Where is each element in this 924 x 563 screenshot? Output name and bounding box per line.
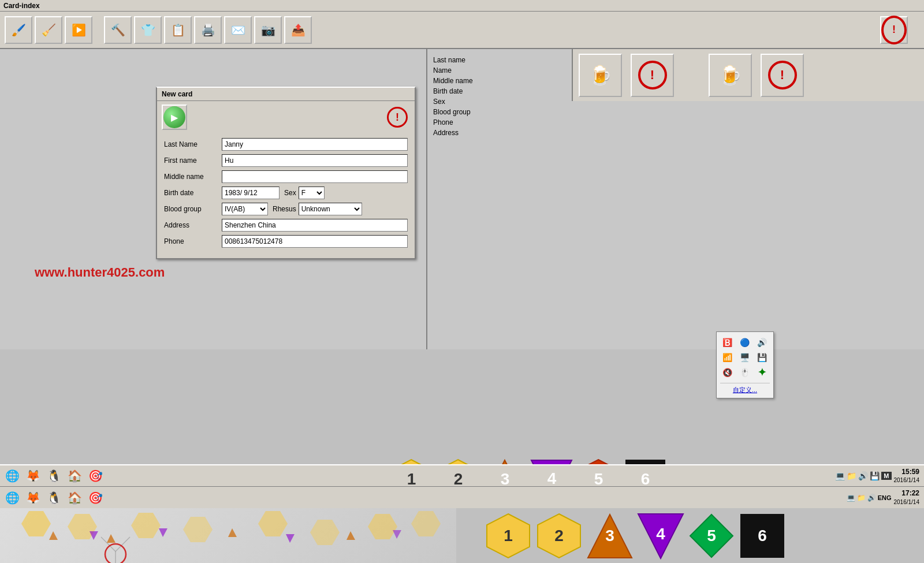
- broom-btn[interactable]: 🧹: [35, 16, 62, 44]
- svg-marker-53: [107, 534, 116, 543]
- taskbar2-firefox[interactable]: 🦊: [24, 489, 42, 506]
- address-input[interactable]: [222, 219, 408, 232]
- phone-input[interactable]: [222, 235, 408, 248]
- taskbar-target-icon[interactable]: 🎯: [87, 467, 104, 484]
- stop-card-btn[interactable]: !: [385, 105, 410, 130]
- play-card-btn[interactable]: ▶: [162, 105, 187, 130]
- taskbar2-qq[interactable]: 🐧: [45, 489, 62, 506]
- middlename-input[interactable]: [222, 170, 408, 183]
- tray-icon-r4[interactable]: 🔇: [720, 366, 734, 379]
- tray-icon-r3[interactable]: 💾: [755, 351, 769, 364]
- tray-icon-vol[interactable]: 🔊: [755, 335, 769, 349]
- tray2-icons: 💻 📁 🔊 ENG: [847, 494, 892, 502]
- tray-icon-b[interactable]: 🅱️: [720, 335, 734, 349]
- num2-label-4: 4: [656, 525, 665, 543]
- m-badge: M: [881, 472, 891, 480]
- tray-icon-grid: 🅱️ 🔵 🔊 📶 🖥️ 💾 🔇 🖱️ ✦: [720, 335, 770, 379]
- tray-icon-bt[interactable]: 🔵: [737, 335, 751, 349]
- mail-btn[interactable]: ✉️: [224, 16, 252, 44]
- beer-icon-box-1[interactable]: 🍺: [579, 54, 622, 97]
- sys-icon-2[interactable]: 📁: [847, 471, 856, 480]
- red-stop-icon: !: [387, 107, 408, 128]
- clock2-area: 17:22 2016/1/14: [894, 489, 920, 506]
- taskbar-browser-icon[interactable]: 🌐: [3, 467, 21, 484]
- sys-icon-1[interactable]: 💻: [835, 471, 845, 480]
- svg-marker-48: [258, 511, 288, 536]
- birthdate-select[interactable]: 1983/ 9/12: [222, 187, 280, 199]
- svg-marker-44: [21, 511, 51, 536]
- stop-icon-box-1[interactable]: !: [631, 54, 674, 97]
- num2-icon-1[interactable]: 1: [485, 512, 532, 560]
- bloodgroup-select[interactable]: IV(AB) I(O) II(A) III(B): [222, 203, 268, 215]
- svg-marker-47: [183, 517, 213, 542]
- svg-marker-59: [393, 530, 401, 539]
- stop-circle-1: !: [638, 61, 667, 90]
- stop-toolbar-btn[interactable]: !: [880, 16, 908, 44]
- num2-label-6: 6: [758, 527, 767, 545]
- brush-btn[interactable]: 🖌️: [5, 16, 32, 44]
- num2-icon-4[interactable]: 4: [637, 512, 684, 560]
- new-card-dialog: New card ▶ ! Last Name: [156, 87, 416, 259]
- tray-icon-r5[interactable]: 🖱️: [737, 366, 751, 379]
- taskbar2-browser[interactable]: 🌐: [3, 489, 21, 506]
- sex-label: Sex: [284, 189, 296, 197]
- address-row: Address: [164, 219, 408, 232]
- stop-circle-2: !: [768, 61, 797, 90]
- num2-icon-3[interactable]: 3: [586, 512, 634, 560]
- firstname-input[interactable]: [222, 154, 408, 167]
- send-btn[interactable]: 📤: [284, 16, 312, 44]
- tray-icon-r2[interactable]: 🖥️: [737, 351, 751, 364]
- tray-icon-r1[interactable]: 📶: [720, 351, 734, 364]
- phone-label: Phone: [164, 237, 222, 245]
- bloodgroup-label: Blood group: [164, 205, 222, 213]
- num2-icon-6[interactable]: 6: [739, 512, 786, 560]
- app-title: Card-index: [3, 2, 40, 10]
- stop-exclaim-2: !: [780, 68, 784, 83]
- svg-marker-52: [49, 531, 58, 540]
- tshirt-btn[interactable]: 👕: [134, 16, 162, 44]
- stamp-btn[interactable]: 🔨: [104, 16, 132, 44]
- stop-icon-box-2[interactable]: !: [761, 54, 804, 97]
- lastname-input[interactable]: [222, 138, 408, 151]
- num-label-2: 2: [454, 470, 463, 489]
- tray-small-icons: 💻 📁 🔊 💾 M: [835, 471, 891, 480]
- num2-icon-2[interactable]: 2: [535, 512, 583, 560]
- copy-btn[interactable]: 📋: [164, 16, 192, 44]
- tray2-icon-1[interactable]: 💻: [847, 494, 855, 502]
- toolbar: 🖌️ 🧹 ▶️ 🔨 👕 📋 🖨️ ✉️ 📷 📤 !: [0, 12, 924, 49]
- taskbar-firefox-icon[interactable]: 🦊: [24, 467, 42, 484]
- taskbar-home-icon[interactable]: 🏠: [66, 467, 83, 484]
- beer-icon-box-2[interactable]: 🍺: [709, 54, 752, 97]
- top-right-icons: 🍺 ! 🍺 !: [572, 49, 924, 101]
- stop-circle-icon: !: [881, 16, 907, 44]
- clock2-date: 2016/1/14: [894, 498, 920, 506]
- lastname-row: Last Name: [164, 138, 408, 151]
- taskbar2-target[interactable]: 🎯: [87, 489, 104, 506]
- beer-icon-1: 🍺: [589, 64, 612, 86]
- tray2-icon-2[interactable]: 📁: [857, 494, 866, 502]
- play-btn[interactable]: ▶️: [65, 16, 92, 44]
- num2-label-5: 5: [707, 527, 716, 545]
- svg-marker-58: [286, 534, 295, 543]
- sys-icon-4[interactable]: 💾: [870, 471, 880, 480]
- tray-customize-link[interactable]: 自定义...: [720, 383, 770, 394]
- bottom-bg-2: [0, 508, 456, 563]
- svg-marker-54: [228, 528, 237, 537]
- num2-icon-5[interactable]: 5: [688, 512, 735, 560]
- taskbar-qq-icon[interactable]: 🐧: [45, 467, 62, 484]
- address-label: Address: [164, 221, 222, 229]
- num-label-5: 5: [594, 470, 603, 489]
- camera-btn[interactable]: 📷: [254, 16, 282, 44]
- tray2-icon-3[interactable]: 🔊: [867, 494, 876, 502]
- taskbar2-home[interactable]: 🏠: [66, 489, 83, 506]
- birthdate-row: Birth date 1983/ 9/12 Sex F M: [164, 187, 408, 199]
- tray-icon-r6[interactable]: ✦: [755, 366, 769, 379]
- print-btn[interactable]: 🖨️: [194, 16, 222, 44]
- sex-select[interactable]: F M: [299, 187, 325, 199]
- clock-time: 15:59: [894, 468, 920, 477]
- rhesus-select[interactable]: Unknown Positive Negative: [299, 203, 362, 215]
- lastname-label: Last Name: [164, 140, 222, 148]
- sys-icon-3[interactable]: 🔊: [858, 471, 868, 480]
- phone-row: Phone: [164, 235, 408, 248]
- num-label-1: 1: [407, 470, 416, 489]
